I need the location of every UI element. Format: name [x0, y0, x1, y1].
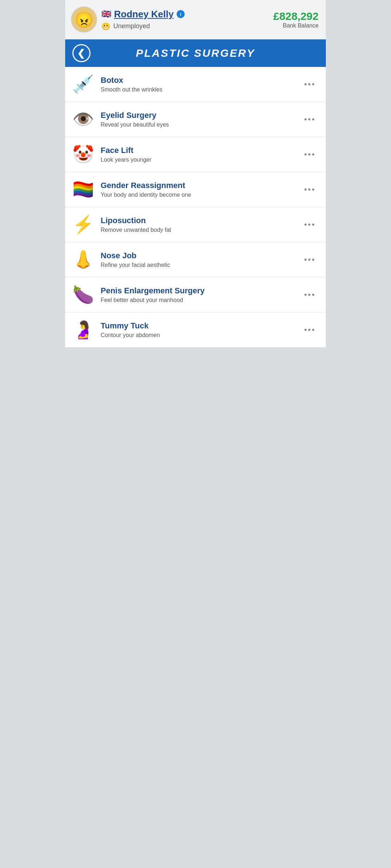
- surgery-menu-button-2[interactable]: •••: [301, 147, 319, 162]
- surgery-desc-3: Your body and identity become one: [101, 192, 295, 198]
- surgery-info-3: Gender Reassignment Your body and identi…: [101, 181, 295, 198]
- status-emoji: 😬: [101, 22, 110, 31]
- surgery-emoji-1: 👁️: [72, 109, 94, 129]
- bottom-area: [65, 348, 326, 514]
- title-bar: ❮ PLASTIC SURGERY: [65, 39, 326, 67]
- surgery-item[interactable]: 👁️ Eyelid Surgery Reveal your beautiful …: [65, 102, 326, 137]
- surgery-item[interactable]: 🤡 Face Lift Look years younger •••: [65, 137, 326, 172]
- surgery-desc-2: Look years younger: [101, 157, 295, 163]
- surgery-emoji-7: 🤰: [72, 320, 94, 340]
- surgery-desc-1: Reveal your beautiful eyes: [101, 122, 295, 128]
- surgery-item[interactable]: 👃 Nose Job Refine your facial aesthetic …: [65, 242, 326, 277]
- surgery-emoji-2: 🤡: [72, 144, 94, 165]
- surgery-menu-button-1[interactable]: •••: [301, 112, 319, 127]
- surgery-name-3: Gender Reassignment: [101, 181, 295, 190]
- surgery-name-7: Tummy Tuck: [101, 321, 295, 331]
- surgery-info-7: Tummy Tuck Contour your abdomen: [101, 321, 295, 339]
- surgery-emoji-6: 🍆: [72, 285, 94, 305]
- surgery-item[interactable]: 🍆 Penis Enlargement Surgery Feel better …: [65, 277, 326, 312]
- surgery-name-1: Eyelid Surgery: [101, 111, 295, 120]
- page-title: PLASTIC SURGERY: [136, 47, 255, 59]
- header-left: 😠 🇬🇧 Rodney Kelly i 😬 Unemployed: [71, 7, 185, 33]
- surgery-info-2: Face Lift Look years younger: [101, 146, 295, 163]
- surgery-name-5: Nose Job: [101, 251, 295, 260]
- surgery-list: 💉 Botox Smooth out the wrinkles ••• 👁️ E…: [65, 67, 326, 348]
- surgery-menu-button-6[interactable]: •••: [301, 287, 319, 302]
- surgery-menu-button-5[interactable]: •••: [301, 252, 319, 267]
- info-icon-button[interactable]: i: [177, 10, 185, 18]
- surgery-name-2: Face Lift: [101, 146, 295, 155]
- surgery-info-1: Eyelid Surgery Reveal your beautiful eye…: [101, 111, 295, 128]
- surgery-info-6: Penis Enlargement Surgery Feel better ab…: [101, 286, 295, 303]
- surgery-desc-7: Contour your abdomen: [101, 332, 295, 339]
- name-row: 🇬🇧 Rodney Kelly i: [101, 9, 185, 20]
- surgery-emoji-3: 🏳️‍🌈: [72, 179, 94, 200]
- surgery-menu-button-7[interactable]: •••: [301, 322, 319, 337]
- back-chevron-icon: ❮: [77, 48, 85, 58]
- back-button[interactable]: ❮: [72, 44, 91, 62]
- surgery-menu-button-3[interactable]: •••: [301, 182, 319, 197]
- status-row: 😬 Unemployed: [101, 22, 185, 31]
- surgery-info-4: Liposuction Remove unwanted body fat: [101, 216, 295, 233]
- surgery-item[interactable]: 🤰 Tummy Tuck Contour your abdomen •••: [65, 312, 326, 348]
- surgery-name-0: Botox: [101, 76, 295, 85]
- surgery-desc-6: Feel better about your manhood: [101, 297, 295, 303]
- bank-amount: £828,292: [273, 10, 319, 22]
- surgery-item[interactable]: 💉 Botox Smooth out the wrinkles •••: [65, 67, 326, 102]
- header-info: 🇬🇧 Rodney Kelly i 😬 Unemployed: [101, 9, 185, 31]
- player-name[interactable]: Rodney Kelly: [114, 9, 174, 20]
- header: 😠 🇬🇧 Rodney Kelly i 😬 Unemployed £828,29…: [65, 0, 326, 39]
- surgery-desc-0: Smooth out the wrinkles: [101, 86, 295, 93]
- surgery-emoji-0: 💉: [72, 74, 94, 94]
- bank-label: Bank Balance: [273, 22, 319, 29]
- surgery-info-5: Nose Job Refine your facial aesthetic: [101, 251, 295, 268]
- surgery-name-4: Liposuction: [101, 216, 295, 225]
- avatar: 😠: [71, 7, 97, 33]
- surgery-desc-4: Remove unwanted body fat: [101, 227, 295, 233]
- surgery-emoji-5: 👃: [72, 250, 94, 270]
- surgery-name-6: Penis Enlargement Surgery: [101, 286, 295, 295]
- surgery-item[interactable]: ⚡ Liposuction Remove unwanted body fat •…: [65, 207, 326, 242]
- surgery-menu-button-4[interactable]: •••: [301, 217, 319, 232]
- surgery-emoji-4: ⚡: [72, 214, 94, 235]
- flag-icon: 🇬🇧: [101, 9, 111, 19]
- status-text: Unemployed: [113, 22, 150, 30]
- surgery-item[interactable]: 🏳️‍🌈 Gender Reassignment Your body and i…: [65, 172, 326, 207]
- surgery-menu-button-0[interactable]: •••: [301, 77, 319, 92]
- surgery-desc-5: Refine your facial aesthetic: [101, 262, 295, 268]
- surgery-info-0: Botox Smooth out the wrinkles: [101, 76, 295, 93]
- header-right: £828,292 Bank Balance: [273, 10, 319, 29]
